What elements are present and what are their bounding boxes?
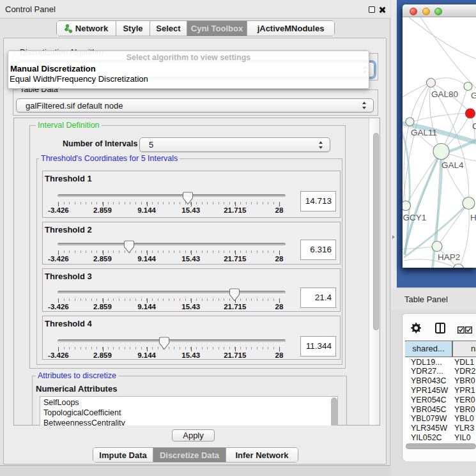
svg-text:HAP2: HAP2 — [438, 252, 460, 262]
svg-text:HI: HI — [470, 213, 476, 222]
svg-text:GAL4: GAL4 — [441, 160, 464, 170]
svg-text:GAL11: GAL11 — [411, 128, 437, 137]
svg-text:GA: GA — [471, 91, 476, 100]
svg-text:GCY1: GCY1 — [403, 213, 427, 222]
svg-text:CD: CD — [472, 121, 476, 131]
svg-text:GAL80: GAL80 — [431, 89, 458, 99]
